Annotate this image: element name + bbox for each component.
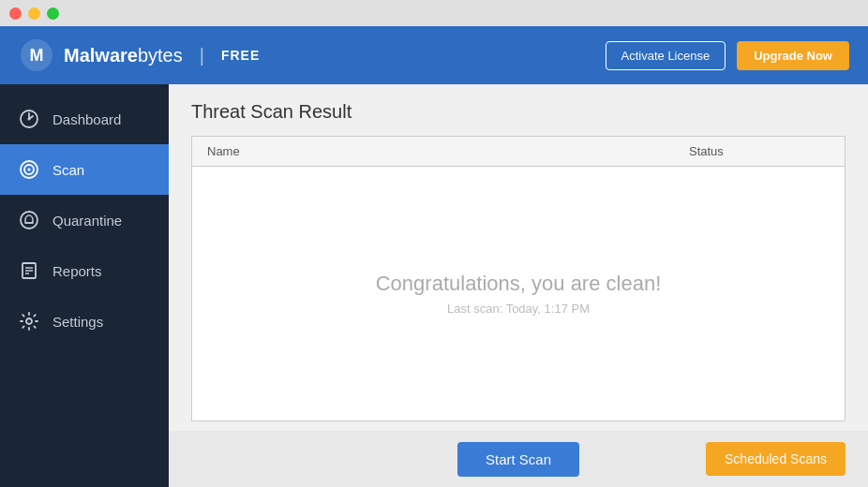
header-actions: Activate License Upgrade Now — [606, 41, 849, 70]
settings-label: Settings — [52, 314, 103, 330]
reports-label: Reports — [52, 263, 102, 279]
title-bar — [0, 0, 868, 26]
content-area: Threat Scan Result Name Status Congratul… — [169, 84, 868, 487]
sidebar-item-reports[interactable]: Reports — [0, 245, 169, 296]
start-scan-button[interactable]: Start Scan — [457, 442, 579, 477]
sidebar-item-dashboard[interactable]: Dashboard — [0, 94, 169, 144]
page-title: Threat Scan Result — [191, 101, 846, 123]
logo-text: Malwarebytes — [64, 45, 183, 66]
table-body: Congratulations, you are clean! Last sca… — [192, 167, 845, 421]
scan-label: Scan — [52, 162, 84, 178]
svg-point-3 — [28, 118, 31, 121]
sidebar-item-scan[interactable]: Scan — [0, 144, 169, 195]
activate-license-button[interactable]: Activate License — [606, 41, 726, 70]
svg-point-13 — [26, 318, 32, 324]
main: Dashboard Scan Quarantine — [0, 84, 868, 487]
malwarebytes-logo-icon: M — [19, 37, 54, 73]
scan-icon — [19, 159, 39, 180]
close-button[interactable] — [9, 7, 22, 20]
settings-icon — [19, 311, 39, 332]
header: M Malwarebytes | FREE Activate License U… — [0, 26, 868, 84]
quarantine-label: Quarantine — [52, 213, 122, 229]
sidebar-item-settings[interactable]: Settings — [0, 296, 169, 347]
minimize-button[interactable] — [28, 7, 40, 20]
table-header: Name Status — [192, 137, 845, 167]
app: M Malwarebytes | FREE Activate License U… — [0, 26, 868, 487]
svg-point-6 — [28, 169, 31, 171]
content-footer: Start Scan Scheduled Scans — [169, 431, 868, 487]
quarantine-icon — [19, 210, 39, 230]
results-table: Name Status Congratulations, you are cle… — [191, 136, 846, 421]
upgrade-now-button[interactable]: Upgrade Now — [737, 41, 849, 70]
dashboard-label: Dashboard — [52, 111, 121, 127]
dashboard-icon — [19, 109, 39, 129]
last-scan-time: Last scan: Today, 1:17 PM — [376, 302, 662, 316]
svg-text:M: M — [30, 46, 44, 65]
col-status-header: Status — [689, 144, 830, 158]
svg-point-7 — [21, 212, 37, 229]
logo: M Malwarebytes | FREE — [19, 37, 260, 73]
reports-icon — [19, 260, 39, 281]
col-name-header: Name — [207, 144, 689, 158]
empty-state: Congratulations, you are clean! Last sca… — [376, 272, 662, 316]
content-header: Threat Scan Result — [169, 84, 868, 136]
sidebar: Dashboard Scan Quarantine — [0, 84, 169, 487]
maximize-button[interactable] — [47, 7, 59, 20]
edition-label: FREE — [221, 48, 260, 63]
empty-title: Congratulations, you are clean! — [376, 272, 662, 296]
logo-divider: | — [200, 45, 204, 66]
scheduled-scans-button[interactable]: Scheduled Scans — [706, 442, 846, 476]
sidebar-item-quarantine[interactable]: Quarantine — [0, 195, 169, 245]
